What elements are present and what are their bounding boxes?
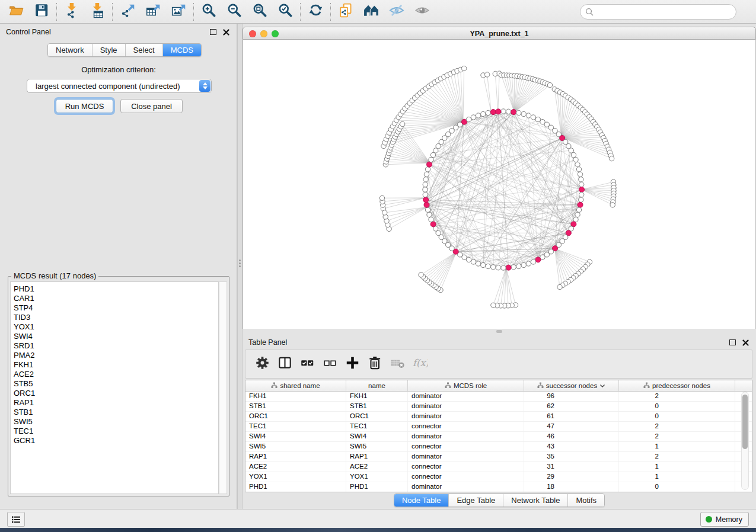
graph-node[interactable] bbox=[576, 207, 581, 212]
graph-node[interactable] bbox=[424, 172, 429, 177]
mcds-result-item[interactable]: ORC1 bbox=[11, 389, 218, 398]
graph-node[interactable] bbox=[501, 109, 506, 114]
graph-node[interactable] bbox=[491, 265, 496, 270]
table-row[interactable]: YOX1YOX1connector291 bbox=[245, 472, 752, 482]
criterion-dropdown[interactable]: largest connected component (undirected) bbox=[27, 79, 212, 93]
tab-select[interactable]: Select bbox=[126, 44, 163, 56]
graph-node[interactable] bbox=[430, 152, 435, 157]
graph-hub-node[interactable] bbox=[579, 187, 585, 193]
graph-node[interactable] bbox=[557, 284, 562, 289]
mcds-result-item[interactable]: SWI4 bbox=[11, 332, 218, 341]
tab-node-table[interactable]: Node Table bbox=[394, 494, 449, 507]
show-all-button[interactable] bbox=[410, 2, 435, 22]
column-header-shared-name[interactable]: shared name bbox=[245, 380, 346, 391]
zoom-selected-button[interactable] bbox=[273, 2, 298, 22]
graph-node[interactable] bbox=[516, 264, 521, 268]
graph-node[interactable] bbox=[423, 187, 428, 192]
table-row[interactable]: TEC1TEC1connector472 bbox=[245, 422, 752, 432]
memory-button[interactable]: Memory bbox=[700, 512, 749, 527]
tab-style[interactable]: Style bbox=[92, 44, 126, 56]
graph-node[interactable] bbox=[429, 217, 433, 222]
table-row[interactable]: RAP1RAP1dominator352 bbox=[245, 452, 752, 462]
graph-node[interactable] bbox=[466, 257, 471, 262]
graph-node[interactable] bbox=[526, 261, 531, 266]
graph-node[interactable] bbox=[425, 167, 430, 172]
graph-hub-node[interactable] bbox=[430, 222, 436, 227]
graph-node[interactable] bbox=[575, 212, 580, 217]
graph-node[interactable] bbox=[481, 111, 486, 116]
hide-selected-button[interactable] bbox=[384, 2, 410, 22]
mcds-result-item[interactable]: FKH1 bbox=[11, 360, 218, 370]
network-graph[interactable] bbox=[243, 40, 756, 329]
graph-node[interactable] bbox=[531, 259, 535, 264]
graph-node[interactable] bbox=[573, 157, 578, 162]
graph-node[interactable] bbox=[569, 148, 573, 153]
graph-node[interactable] bbox=[521, 262, 526, 267]
table-row[interactable]: PHD1PHD1dominator180 bbox=[245, 482, 752, 492]
zoom-fit-button[interactable] bbox=[247, 2, 273, 22]
graph-node[interactable] bbox=[516, 110, 521, 115]
network-window-titlebar[interactable]: YPA_prune.txt_1 bbox=[243, 27, 756, 40]
column-header-name[interactable]: name bbox=[346, 380, 408, 391]
clone-network-button[interactable] bbox=[333, 2, 359, 22]
task-history-button[interactable] bbox=[7, 512, 25, 527]
graph-node[interactable] bbox=[466, 117, 471, 121]
graph-node[interactable] bbox=[486, 264, 490, 268]
column-header-MCDS-role[interactable]: MCDS role bbox=[408, 380, 524, 391]
tab-network-table[interactable]: Network Table bbox=[503, 494, 568, 507]
graph-hub-node[interactable] bbox=[535, 257, 541, 262]
select-all-button[interactable] bbox=[298, 355, 317, 374]
graph-node[interactable] bbox=[461, 66, 466, 70]
float-panel-button[interactable] bbox=[208, 27, 218, 37]
float-table-panel-button[interactable] bbox=[728, 338, 737, 347]
table-row[interactable]: SWI5SWI5connector431 bbox=[245, 442, 752, 452]
graph-node[interactable] bbox=[579, 177, 583, 182]
graph-hub-node[interactable] bbox=[506, 265, 511, 270]
graph-hub-node[interactable] bbox=[511, 110, 516, 115]
vertical-splitter[interactable] bbox=[237, 24, 243, 509]
graph-node[interactable] bbox=[579, 192, 584, 197]
graph-node[interactable] bbox=[571, 152, 576, 157]
delete-button[interactable] bbox=[365, 355, 384, 374]
graph-node[interactable] bbox=[578, 172, 582, 177]
graph-hub-node[interactable] bbox=[427, 162, 432, 167]
close-table-panel-button[interactable] bbox=[741, 338, 750, 347]
first-neighbors-button[interactable] bbox=[359, 2, 384, 22]
graph-node[interactable] bbox=[573, 217, 578, 222]
table-row[interactable]: STB1STB1dominator620 bbox=[245, 402, 752, 412]
graph-node[interactable] bbox=[579, 197, 583, 202]
tab-motifs[interactable]: Motifs bbox=[568, 494, 604, 507]
table-scrollbar-thumb[interactable] bbox=[742, 395, 748, 449]
graph-node[interactable] bbox=[423, 182, 428, 187]
export-network-button[interactable] bbox=[115, 2, 141, 22]
graph-node[interactable] bbox=[476, 113, 480, 118]
graph-node[interactable] bbox=[511, 265, 516, 270]
table-row[interactable]: FKH1FKH1dominator962 bbox=[245, 392, 752, 402]
mcds-result-item[interactable]: ACE2 bbox=[11, 370, 218, 379]
close-panel-button[interactable] bbox=[221, 27, 231, 37]
zoom-in-button[interactable] bbox=[196, 2, 222, 22]
graph-node[interactable] bbox=[609, 156, 614, 161]
network-canvas[interactable] bbox=[243, 40, 756, 329]
graph-node[interactable] bbox=[481, 262, 486, 267]
graph-node[interactable] bbox=[491, 303, 496, 307]
search-box[interactable] bbox=[580, 4, 736, 20]
add-button[interactable] bbox=[343, 355, 362, 374]
mcds-result-item[interactable]: TID3 bbox=[11, 313, 218, 322]
graph-node[interactable] bbox=[506, 109, 511, 114]
graph-node[interactable] bbox=[576, 167, 581, 172]
table-row[interactable]: ACE2ACE2connector311 bbox=[245, 462, 752, 472]
run-mcds-button[interactable]: Run MCDS bbox=[56, 99, 113, 113]
graph-node[interactable] bbox=[476, 261, 480, 266]
graph-node[interactable] bbox=[526, 113, 531, 118]
tab-network[interactable]: Network bbox=[48, 44, 92, 56]
graph-node[interactable] bbox=[575, 162, 580, 166]
mcds-result-item[interactable]: SWI5 bbox=[11, 417, 218, 427]
graph-hub-node[interactable] bbox=[578, 202, 583, 207]
graph-node[interactable] bbox=[610, 203, 615, 207]
table-row[interactable]: ORC1ORC1dominator610 bbox=[245, 412, 752, 422]
graph-node[interactable] bbox=[496, 265, 500, 270]
mcds-result-item[interactable]: YOX1 bbox=[11, 322, 218, 332]
export-table-button[interactable] bbox=[141, 2, 166, 22]
graph-node[interactable] bbox=[471, 259, 476, 264]
